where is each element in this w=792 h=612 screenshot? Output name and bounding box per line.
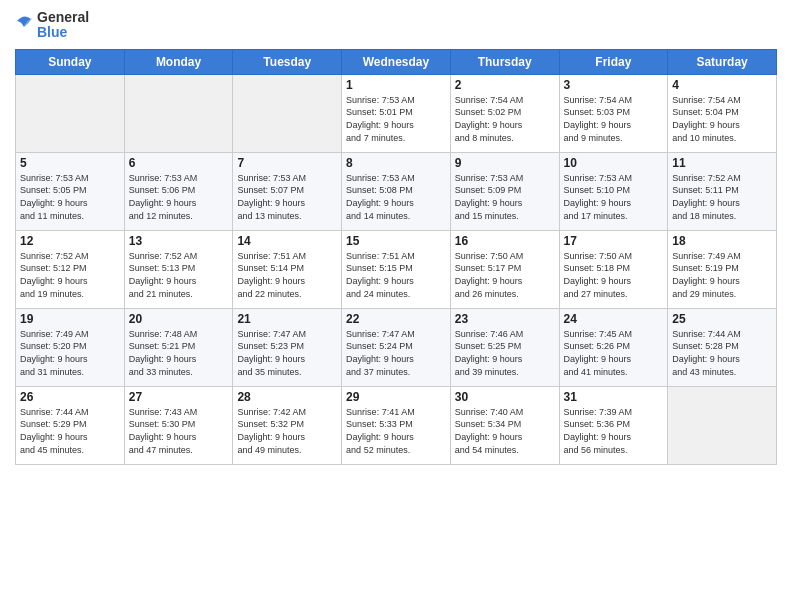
day-detail: Sunrise: 7:53 AM Sunset: 5:07 PM Dayligh… (237, 172, 337, 222)
day-number: 15 (346, 234, 446, 248)
day-number: 30 (455, 390, 555, 404)
day-number: 29 (346, 390, 446, 404)
day-number: 17 (564, 234, 664, 248)
day-detail: Sunrise: 7:46 AM Sunset: 5:25 PM Dayligh… (455, 328, 555, 378)
day-detail: Sunrise: 7:42 AM Sunset: 5:32 PM Dayligh… (237, 406, 337, 456)
weekday-header-monday: Monday (124, 49, 233, 74)
header: General Blue (15, 10, 777, 41)
calendar-day: 13Sunrise: 7:52 AM Sunset: 5:13 PM Dayli… (124, 230, 233, 308)
day-number: 7 (237, 156, 337, 170)
calendar-day: 4Sunrise: 7:54 AM Sunset: 5:04 PM Daylig… (668, 74, 777, 152)
calendar-day: 22Sunrise: 7:47 AM Sunset: 5:24 PM Dayli… (342, 308, 451, 386)
logo: General Blue (15, 10, 89, 41)
calendar-day: 19Sunrise: 7:49 AM Sunset: 5:20 PM Dayli… (16, 308, 125, 386)
day-detail: Sunrise: 7:52 AM Sunset: 5:11 PM Dayligh… (672, 172, 772, 222)
calendar-day: 1Sunrise: 7:53 AM Sunset: 5:01 PM Daylig… (342, 74, 451, 152)
calendar-week-5: 26Sunrise: 7:44 AM Sunset: 5:29 PM Dayli… (16, 386, 777, 464)
calendar-day: 23Sunrise: 7:46 AM Sunset: 5:25 PM Dayli… (450, 308, 559, 386)
day-detail: Sunrise: 7:53 AM Sunset: 5:05 PM Dayligh… (20, 172, 120, 222)
calendar-day: 16Sunrise: 7:50 AM Sunset: 5:17 PM Dayli… (450, 230, 559, 308)
day-detail: Sunrise: 7:54 AM Sunset: 5:02 PM Dayligh… (455, 94, 555, 144)
calendar-day: 17Sunrise: 7:50 AM Sunset: 5:18 PM Dayli… (559, 230, 668, 308)
day-detail: Sunrise: 7:40 AM Sunset: 5:34 PM Dayligh… (455, 406, 555, 456)
calendar-day (233, 74, 342, 152)
weekday-header-sunday: Sunday (16, 49, 125, 74)
day-detail: Sunrise: 7:53 AM Sunset: 5:06 PM Dayligh… (129, 172, 229, 222)
day-detail: Sunrise: 7:53 AM Sunset: 5:10 PM Dayligh… (564, 172, 664, 222)
day-number: 12 (20, 234, 120, 248)
day-detail: Sunrise: 7:50 AM Sunset: 5:17 PM Dayligh… (455, 250, 555, 300)
calendar-day: 15Sunrise: 7:51 AM Sunset: 5:15 PM Dayli… (342, 230, 451, 308)
day-number: 3 (564, 78, 664, 92)
weekday-header-wednesday: Wednesday (342, 49, 451, 74)
logo-blue-text: Blue (37, 25, 89, 40)
day-detail: Sunrise: 7:54 AM Sunset: 5:04 PM Dayligh… (672, 94, 772, 144)
day-detail: Sunrise: 7:51 AM Sunset: 5:15 PM Dayligh… (346, 250, 446, 300)
calendar-day: 12Sunrise: 7:52 AM Sunset: 5:12 PM Dayli… (16, 230, 125, 308)
day-detail: Sunrise: 7:43 AM Sunset: 5:30 PM Dayligh… (129, 406, 229, 456)
day-number: 11 (672, 156, 772, 170)
day-detail: Sunrise: 7:52 AM Sunset: 5:13 PM Dayligh… (129, 250, 229, 300)
calendar-day: 26Sunrise: 7:44 AM Sunset: 5:29 PM Dayli… (16, 386, 125, 464)
day-number: 18 (672, 234, 772, 248)
calendar-table: SundayMondayTuesdayWednesdayThursdayFrid… (15, 49, 777, 465)
day-number: 16 (455, 234, 555, 248)
day-number: 9 (455, 156, 555, 170)
day-number: 22 (346, 312, 446, 326)
calendar-day (16, 74, 125, 152)
day-number: 31 (564, 390, 664, 404)
day-number: 20 (129, 312, 229, 326)
calendar-day (668, 386, 777, 464)
calendar-day: 18Sunrise: 7:49 AM Sunset: 5:19 PM Dayli… (668, 230, 777, 308)
day-number: 13 (129, 234, 229, 248)
weekday-header-friday: Friday (559, 49, 668, 74)
calendar-day: 7Sunrise: 7:53 AM Sunset: 5:07 PM Daylig… (233, 152, 342, 230)
day-number: 2 (455, 78, 555, 92)
weekday-header-tuesday: Tuesday (233, 49, 342, 74)
calendar-day: 3Sunrise: 7:54 AM Sunset: 5:03 PM Daylig… (559, 74, 668, 152)
logo-general-text: General (37, 10, 89, 25)
day-number: 23 (455, 312, 555, 326)
weekday-header-thursday: Thursday (450, 49, 559, 74)
logo-bird-icon (15, 11, 33, 39)
calendar-body: 1Sunrise: 7:53 AM Sunset: 5:01 PM Daylig… (16, 74, 777, 464)
weekday-header-saturday: Saturday (668, 49, 777, 74)
calendar-day: 28Sunrise: 7:42 AM Sunset: 5:32 PM Dayli… (233, 386, 342, 464)
calendar-day: 29Sunrise: 7:41 AM Sunset: 5:33 PM Dayli… (342, 386, 451, 464)
day-detail: Sunrise: 7:47 AM Sunset: 5:24 PM Dayligh… (346, 328, 446, 378)
day-detail: Sunrise: 7:54 AM Sunset: 5:03 PM Dayligh… (564, 94, 664, 144)
calendar-day: 25Sunrise: 7:44 AM Sunset: 5:28 PM Dayli… (668, 308, 777, 386)
calendar-day: 27Sunrise: 7:43 AM Sunset: 5:30 PM Dayli… (124, 386, 233, 464)
day-number: 27 (129, 390, 229, 404)
day-detail: Sunrise: 7:44 AM Sunset: 5:28 PM Dayligh… (672, 328, 772, 378)
day-detail: Sunrise: 7:45 AM Sunset: 5:26 PM Dayligh… (564, 328, 664, 378)
day-detail: Sunrise: 7:53 AM Sunset: 5:09 PM Dayligh… (455, 172, 555, 222)
day-number: 10 (564, 156, 664, 170)
calendar-day: 6Sunrise: 7:53 AM Sunset: 5:06 PM Daylig… (124, 152, 233, 230)
day-detail: Sunrise: 7:50 AM Sunset: 5:18 PM Dayligh… (564, 250, 664, 300)
day-number: 1 (346, 78, 446, 92)
calendar-day: 31Sunrise: 7:39 AM Sunset: 5:36 PM Dayli… (559, 386, 668, 464)
day-detail: Sunrise: 7:39 AM Sunset: 5:36 PM Dayligh… (564, 406, 664, 456)
calendar-day: 24Sunrise: 7:45 AM Sunset: 5:26 PM Dayli… (559, 308, 668, 386)
day-detail: Sunrise: 7:44 AM Sunset: 5:29 PM Dayligh… (20, 406, 120, 456)
day-detail: Sunrise: 7:41 AM Sunset: 5:33 PM Dayligh… (346, 406, 446, 456)
calendar-day: 20Sunrise: 7:48 AM Sunset: 5:21 PM Dayli… (124, 308, 233, 386)
calendar-day: 8Sunrise: 7:53 AM Sunset: 5:08 PM Daylig… (342, 152, 451, 230)
calendar-day: 2Sunrise: 7:54 AM Sunset: 5:02 PM Daylig… (450, 74, 559, 152)
day-number: 8 (346, 156, 446, 170)
day-number: 6 (129, 156, 229, 170)
day-number: 25 (672, 312, 772, 326)
calendar-week-3: 12Sunrise: 7:52 AM Sunset: 5:12 PM Dayli… (16, 230, 777, 308)
day-detail: Sunrise: 7:52 AM Sunset: 5:12 PM Dayligh… (20, 250, 120, 300)
calendar-day: 11Sunrise: 7:52 AM Sunset: 5:11 PM Dayli… (668, 152, 777, 230)
calendar-day: 9Sunrise: 7:53 AM Sunset: 5:09 PM Daylig… (450, 152, 559, 230)
calendar-day: 21Sunrise: 7:47 AM Sunset: 5:23 PM Dayli… (233, 308, 342, 386)
calendar-day: 10Sunrise: 7:53 AM Sunset: 5:10 PM Dayli… (559, 152, 668, 230)
day-number: 28 (237, 390, 337, 404)
day-number: 21 (237, 312, 337, 326)
weekday-header-row: SundayMondayTuesdayWednesdayThursdayFrid… (16, 49, 777, 74)
day-detail: Sunrise: 7:49 AM Sunset: 5:20 PM Dayligh… (20, 328, 120, 378)
day-detail: Sunrise: 7:47 AM Sunset: 5:23 PM Dayligh… (237, 328, 337, 378)
calendar-week-2: 5Sunrise: 7:53 AM Sunset: 5:05 PM Daylig… (16, 152, 777, 230)
